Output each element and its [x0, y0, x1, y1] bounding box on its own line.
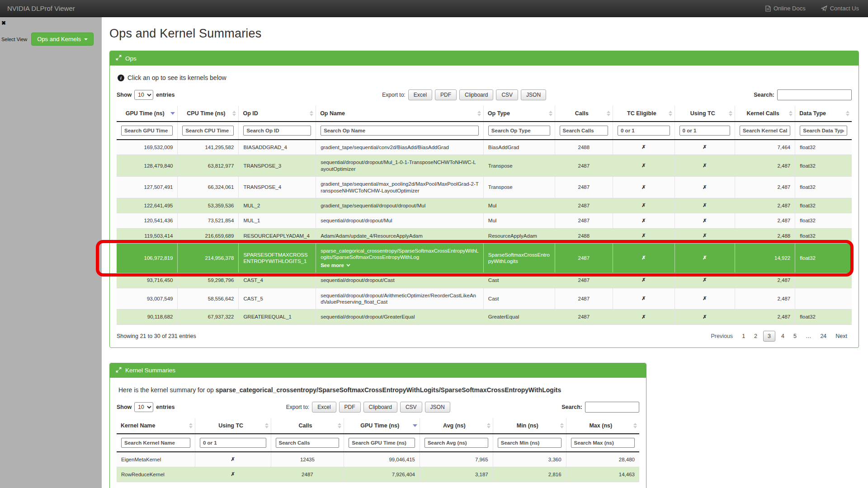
ops-search-input[interactable]	[777, 89, 852, 100]
kernel-column-header-avg[interactable]: Avg (ns)	[420, 418, 493, 434]
ops-table-row[interactable]: 169,532,009141,295,582BIASADDGRAD_4gradi…	[117, 140, 852, 155]
ops-column-header-op_name[interactable]: Op Name	[316, 106, 484, 122]
close-icon[interactable]: ✖	[1, 20, 6, 26]
ops-column-header-tc_eligible[interactable]: TC Eligible	[613, 106, 675, 122]
ops-page-button-4[interactable]: 4	[777, 331, 789, 342]
cell-tc_eligible: ✗	[613, 310, 675, 324]
ops-table-row[interactable]: 93,716,45059,298,796CAST_4sequential/dro…	[117, 273, 852, 288]
kernel-panel-header: Kernel Summaries	[110, 363, 646, 378]
cell-gpu_time: 128,479,840	[117, 155, 178, 177]
ops-table-row[interactable]: 122,641,49553,359,536MUL_2gradient_tape/…	[117, 198, 852, 213]
view-selector-dropdown[interactable]: Ops and Kernels	[31, 33, 94, 46]
cell-calls: 2487	[555, 198, 613, 213]
cell-min: 3,360	[493, 452, 566, 467]
kernel-column-header-kernel_name[interactable]: Kernel Name	[117, 418, 195, 434]
kernel-page-size-select[interactable]: 10	[134, 402, 153, 412]
ops-column-header-op_id[interactable]: Op ID	[239, 106, 316, 122]
cell-kernel_name: EigenMetaKernel	[117, 452, 195, 467]
ops-table-row[interactable]: 93,007,54958,556,642CAST_5sequential/dro…	[117, 288, 852, 310]
cell-data_type: float32	[795, 198, 852, 213]
ops-column-header-data_type[interactable]: Data Type	[795, 106, 852, 122]
kernel-export-json-button[interactable]: JSON	[425, 402, 450, 413]
cell-gpu_time: 122,641,495	[117, 198, 178, 213]
column-label: TC Eligible	[627, 110, 656, 117]
kernel-table-row[interactable]: EigenMetaKernel✗1243599,046,4157,9653,36…	[117, 452, 639, 467]
kernel-export-excel-button[interactable]: Excel	[312, 402, 336, 413]
ops-page-button-24[interactable]: 24	[816, 331, 831, 342]
ops-table-row[interactable]: 127,507,49166,324,061TRANSPOSE_4gradient…	[117, 177, 852, 198]
kernel-filter-gpu_time-input[interactable]	[349, 438, 415, 448]
ops-filter-cpu_time-input[interactable]	[182, 126, 234, 136]
ops-table-row[interactable]: 90,118,68267,937,322GREATEREQUAL_1sequen…	[117, 310, 852, 324]
paper-plane-icon	[821, 5, 827, 11]
ops-column-header-calls[interactable]: Calls	[555, 106, 613, 122]
kernel-column-header-max[interactable]: Max (ns)	[566, 418, 639, 434]
ops-filter-op_id-input[interactable]	[243, 126, 311, 136]
ops-page-size-select[interactable]: 10	[134, 90, 153, 100]
cell-gpu_time: 120,541,436	[117, 213, 178, 228]
cell-kernel_calls: 2,487	[735, 198, 795, 213]
ops-panel-header: Ops	[110, 51, 859, 66]
ops-column-header-kernel_calls[interactable]: Kernel Calls	[735, 106, 795, 122]
ops-selected-row[interactable]: 106,972,819214,956,378SPARSESOFTMAXCROSS…	[117, 244, 852, 273]
cell-cpu_time: 58,556,642	[178, 288, 239, 310]
ops-page-button-1[interactable]: 1	[737, 331, 750, 342]
chevron-down-icon	[84, 38, 88, 40]
ops-export-pdf-button[interactable]: PDF	[435, 89, 457, 100]
cell-using_tc: ✗	[675, 213, 735, 228]
expand-arrows-icon	[116, 367, 122, 374]
ops-filter-tc_eligible-input[interactable]	[618, 126, 670, 136]
kernel-filter-calls-input[interactable]	[276, 438, 340, 448]
entries-label: entries	[156, 92, 175, 98]
cell-calls: 2488	[555, 140, 613, 155]
kernel-filter-avg-input[interactable]	[425, 438, 488, 448]
ops-filter-gpu_time-input[interactable]	[121, 126, 173, 136]
ops-filter-using_tc-input[interactable]	[679, 126, 730, 136]
ops-next-page-button[interactable]: Next	[831, 331, 852, 342]
kernel-filter-using_tc-input[interactable]	[200, 438, 266, 448]
ops-filter-data_type-input[interactable]	[800, 126, 847, 136]
sort-icon	[413, 424, 417, 427]
search-label: Search:	[754, 92, 774, 98]
kernel-export-clipboard-button[interactable]: Clipboard	[363, 402, 397, 413]
kernel-column-header-gpu_time[interactable]: GPU Time (ns)	[344, 418, 420, 434]
ops-page-button-3[interactable]: 3	[763, 331, 775, 342]
ops-table-row[interactable]: 119,503,414216,659,689RESOURCEAPPLYADAM_…	[117, 228, 852, 243]
ops-table-row[interactable]: 128,479,84063,812,977TRANSPOSE_3sequenti…	[117, 155, 852, 177]
ops-filter-calls-input[interactable]	[560, 126, 608, 136]
cell-avg: 7,965	[420, 452, 493, 467]
ops-column-header-gpu_time[interactable]: GPU Time (ns)	[117, 106, 178, 122]
cell-cpu_time: 214,956,378	[178, 244, 239, 273]
online-docs-link[interactable]: Online Docs	[765, 5, 806, 12]
cell-avg: 3,187	[420, 467, 493, 482]
kernel-filter-max-input[interactable]	[571, 438, 635, 448]
ops-column-header-op_type[interactable]: Op Type	[483, 106, 555, 122]
ops-filter-kernel_calls-input[interactable]	[740, 126, 790, 136]
sort-icon	[487, 423, 491, 428]
kernel-table-row[interactable]: RowReduceKernel✗24877,926,4043,1872,8161…	[117, 467, 639, 482]
ops-previous-page-button[interactable]: Previous	[706, 331, 737, 342]
ops-export-csv-button[interactable]: CSV	[496, 89, 518, 100]
see-more-link[interactable]: See more	[321, 262, 479, 268]
kernel-export-pdf-button[interactable]: PDF	[339, 402, 361, 413]
ops-page-button-5[interactable]: 5	[789, 331, 801, 342]
ops-table-row[interactable]: 120,541,43673,521,854MUL_1sequential/dro…	[117, 213, 852, 228]
ops-page-button-2[interactable]: 2	[750, 331, 762, 342]
kernel-filter-kernel_name-input[interactable]	[121, 438, 190, 448]
ops-column-header-using_tc[interactable]: Using TC	[675, 106, 735, 122]
column-label: Max (ns)	[589, 422, 612, 429]
ops-filter-op_name-input[interactable]	[321, 126, 479, 136]
page-title: Ops and Kernel Summaries	[109, 27, 863, 41]
contact-us-link[interactable]: Contact Us	[821, 5, 859, 12]
ops-filter-op_type-input[interactable]	[488, 126, 550, 136]
kernel-column-header-calls[interactable]: Calls	[271, 418, 344, 434]
kernel-column-header-min[interactable]: Min (ns)	[493, 418, 566, 434]
kernel-filter-min-input[interactable]	[498, 438, 561, 448]
kernel-column-header-using_tc[interactable]: Using TC	[195, 418, 271, 434]
ops-export-json-button[interactable]: JSON	[521, 89, 546, 100]
kernel-search-input[interactable]	[585, 402, 639, 413]
kernel-export-csv-button[interactable]: CSV	[400, 402, 422, 413]
ops-export-clipboard-button[interactable]: Clipboard	[459, 89, 493, 100]
ops-export-excel-button[interactable]: Excel	[408, 89, 432, 100]
ops-column-header-cpu_time[interactable]: CPU Time (ns)	[178, 106, 239, 122]
